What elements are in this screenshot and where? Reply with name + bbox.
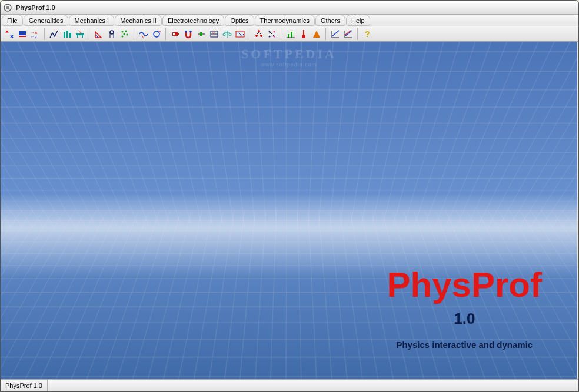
svg-text:?: ? bbox=[365, 29, 370, 39]
cycle-graph-button[interactable] bbox=[150, 28, 163, 41]
arrows-converge-icon bbox=[5, 29, 14, 39]
svg-point-20 bbox=[127, 33, 128, 35]
svg-rect-28 bbox=[190, 31, 192, 32]
waveform-box-icon bbox=[235, 29, 245, 39]
toolbar-separator bbox=[249, 28, 250, 40]
svg-rect-26 bbox=[173, 33, 175, 35]
voltmeter-icon: V bbox=[209, 29, 219, 39]
waveform-box-button[interactable] bbox=[234, 28, 247, 41]
menu-mechanics-i[interactable]: Mechanics I bbox=[69, 15, 114, 26]
slider-green-icon bbox=[197, 29, 206, 39]
slope-double-icon bbox=[344, 29, 353, 39]
balance-teal-button[interactable] bbox=[221, 28, 234, 41]
pillars-button[interactable] bbox=[61, 28, 74, 41]
svg-point-17 bbox=[122, 31, 124, 32]
svg-rect-8 bbox=[66, 31, 68, 38]
svg-marker-54 bbox=[313, 31, 320, 38]
slope-double-button[interactable] bbox=[342, 28, 355, 41]
bar-green-button[interactable] bbox=[284, 28, 297, 41]
slope-blue-button[interactable] bbox=[329, 28, 342, 41]
magnet-icon bbox=[184, 29, 193, 39]
pulley-icon bbox=[107, 29, 117, 39]
pulley-button[interactable] bbox=[105, 28, 118, 41]
svg-point-19 bbox=[124, 33, 125, 35]
statusbar-text: PhysProf 1.0 bbox=[1, 380, 48, 391]
splash-version: 1.0 bbox=[387, 310, 542, 328]
svg-point-21 bbox=[122, 35, 124, 37]
svg-point-41 bbox=[260, 35, 262, 37]
toolbar: →a←vVV? bbox=[1, 26, 578, 42]
magnet-button[interactable] bbox=[182, 28, 195, 41]
slider-green-button[interactable] bbox=[195, 28, 208, 41]
svg-rect-3 bbox=[19, 33, 26, 35]
window-title: PhysProf 1.0 bbox=[16, 4, 55, 11]
svg-point-45 bbox=[274, 31, 275, 32]
pillars-icon bbox=[62, 29, 72, 39]
watermark-url: www.softpedia.com bbox=[241, 62, 337, 68]
svg-point-40 bbox=[255, 35, 258, 37]
toolbar-separator bbox=[134, 28, 135, 40]
svg-text:V: V bbox=[212, 31, 215, 35]
tree-red-icon bbox=[254, 29, 264, 39]
wave-v-icon: V bbox=[139, 29, 148, 39]
voltmeter-button[interactable]: V bbox=[208, 28, 221, 41]
content-area: SOFTPEDIA www.softpedia.com PhysProf 1.0… bbox=[1, 42, 577, 379]
svg-rect-10 bbox=[76, 33, 84, 35]
svg-rect-49 bbox=[288, 34, 290, 38]
svg-point-14 bbox=[110, 31, 114, 34]
mountain-graph-button[interactable] bbox=[48, 28, 61, 41]
svg-point-39 bbox=[258, 30, 260, 32]
angle-ruler-button[interactable] bbox=[92, 28, 105, 41]
menubar: FileGeneralitiesMechanics IMechanics IIE… bbox=[1, 15, 578, 26]
menu-generalities[interactable]: Generalities bbox=[24, 15, 69, 26]
toolbar-separator bbox=[281, 28, 282, 40]
svg-rect-25 bbox=[178, 33, 179, 35]
svg-point-18 bbox=[125, 30, 127, 32]
toolbar-separator bbox=[325, 28, 327, 40]
tree-red-button[interactable] bbox=[252, 28, 265, 41]
convert-av-button[interactable]: →a←v bbox=[29, 28, 42, 41]
svg-rect-12 bbox=[82, 35, 83, 38]
menu-help[interactable]: Help bbox=[346, 15, 370, 26]
svg-rect-2 bbox=[19, 31, 26, 33]
convert-av-icon: →a←v bbox=[31, 29, 40, 39]
svg-rect-7 bbox=[64, 32, 65, 38]
cluster-dots-icon bbox=[120, 29, 129, 39]
statusbar: PhysProf 1.0 bbox=[1, 379, 578, 391]
svg-rect-27 bbox=[185, 31, 187, 32]
svg-line-48 bbox=[269, 32, 274, 36]
arrows-converge-button[interactable] bbox=[3, 28, 16, 41]
thermometer-button[interactable] bbox=[297, 28, 310, 41]
app-icon bbox=[3, 3, 12, 12]
nodes-small-button[interactable] bbox=[265, 28, 278, 41]
svg-point-23 bbox=[154, 31, 159, 37]
menu-thermodynamics[interactable]: Thermodynamics bbox=[255, 15, 315, 26]
svg-text:→a: →a bbox=[31, 31, 37, 35]
svg-text:V: V bbox=[142, 34, 145, 39]
watermark-text: SOFTPEDIA bbox=[241, 46, 337, 62]
wave-v-button[interactable]: V bbox=[137, 28, 150, 41]
triangle-orange-button[interactable] bbox=[310, 28, 323, 41]
svg-line-13 bbox=[78, 31, 82, 33]
svg-text:←v: ←v bbox=[31, 35, 37, 39]
bridge-button[interactable] bbox=[74, 28, 86, 41]
stack-blue-button[interactable] bbox=[16, 28, 29, 41]
toolbar-separator bbox=[44, 28, 45, 40]
svg-rect-50 bbox=[291, 32, 292, 38]
balance-teal-icon bbox=[222, 29, 232, 39]
svg-rect-11 bbox=[77, 35, 78, 38]
cluster-dots-button[interactable] bbox=[118, 28, 131, 41]
battery-button[interactable] bbox=[169, 28, 182, 41]
menu-file[interactable]: File bbox=[2, 15, 23, 26]
menu-mechanics-ii[interactable]: Mechanics II bbox=[115, 15, 162, 26]
bridge-icon bbox=[75, 29, 85, 39]
cycle-graph-icon bbox=[152, 29, 161, 39]
menu-others[interactable]: Others bbox=[315, 15, 345, 26]
help-button[interactable]: ? bbox=[361, 28, 374, 41]
svg-line-60 bbox=[345, 31, 352, 36]
svg-line-57 bbox=[332, 31, 339, 36]
mountain-graph-icon bbox=[49, 29, 59, 39]
menu-optics[interactable]: Optics bbox=[225, 15, 254, 26]
menu-electrotechnology[interactable]: Electrotechnology bbox=[162, 15, 224, 26]
splash-tagline: Physics interactive and dynamic bbox=[387, 340, 542, 350]
